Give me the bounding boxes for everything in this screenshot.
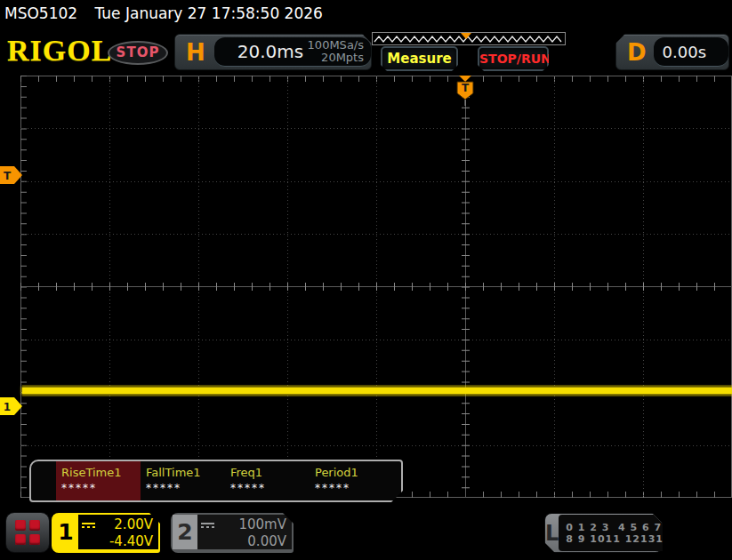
acquisition-status-badge: STOP [108,41,168,65]
memory-zigzag-icon [373,33,565,44]
channel1-scale: 2.00V [114,516,153,533]
delay-values: 0.00s [654,37,728,67]
grid-squares-icon [15,520,40,545]
measurement-label: FallTime1 [146,466,225,479]
channel1-values: 2.00V -4.40V [78,515,158,549]
channel1-marker-number: 1 [4,401,11,413]
channel1-status-box[interactable]: 1 2.00V -4.40V [52,513,160,553]
oscilloscope-screen: MSO5102 Tue January 27 17:58:50 2026 RIG… [0,0,732,560]
waveform-memory-bar [372,32,566,45]
measure-button-label: Measure [387,51,451,67]
channel2-scale: 100mV [238,516,286,533]
stop-run-button[interactable]: STOP/RUN [478,46,549,71]
channel2-values: 100mV 0.00V [197,515,292,549]
delay-panel[interactable]: D 0.00s [615,34,729,70]
measure-button[interactable]: Measure [381,46,458,71]
measurement-value: ***** [146,482,225,494]
trigger-level-letter: T [4,170,12,182]
stop-run-button-label: STOP/RUN [479,52,551,66]
timebase-value: 20.0ms [237,41,303,62]
trigger-position-letter: T [462,82,470,94]
datetime-text: Tue January 27 17:58:50 2026 [95,4,323,22]
measurement-value: ***** [315,482,394,494]
logic-analyzer-status-box[interactable]: L 0 1 2 3 4 5 6 7 8 9 1011 12131415 [544,513,663,553]
horizontal-values: 20.0ms 100MSa/s 20Mpts [214,37,371,67]
measurement-label: RiseTime1 [61,466,141,479]
memory-depth: 20Mpts [308,52,364,64]
logic-channel-numbers: 0 1 2 3 4 5 6 7 8 9 1011 12131415 [559,515,687,551]
trigger-level-marker[interactable]: T [0,165,25,185]
horizontal-timebase-panel[interactable]: H 20.0ms 100MSa/s 20Mpts [174,34,372,70]
model-name: MSO5102 [4,4,77,22]
logic-analyzer-label: L [545,521,559,546]
channel2-status-box[interactable]: 2 100mV 0.00V [171,513,294,553]
measurement-value: ***** [61,482,141,494]
channel1-trace [22,388,732,394]
horizontal-label: H [186,36,205,69]
sample-rate: 100MSa/s [308,39,364,52]
channel2-number: 2 [173,515,197,549]
dc-coupling-icon [201,523,214,528]
delay-label: D [627,36,647,69]
title-bar: MSO5102 Tue January 27 17:58:50 2026 [0,0,732,27]
measurement-freq[interactable]: Freq1 ***** [225,461,310,500]
measurement-value: ***** [230,482,310,494]
measurement-risetime[interactable]: RiseTime1 ***** [56,461,141,500]
sample-rate-memory: 100MSa/s 20Mpts [308,39,364,64]
logic-row-1: 0 1 2 3 4 5 6 7 [566,522,687,533]
graticule-grid [0,76,732,498]
channel1-position-marker[interactable]: 1 [0,396,25,416]
channel1-number: 1 [53,515,78,549]
rigol-logo: RIGOL [7,34,112,68]
measurement-label: Freq1 [230,466,310,479]
logic-row-2: 8 9 1011 12131415 [566,533,687,545]
channel2-offset: 0.00V [201,533,286,550]
trigger-position-marker[interactable]: T [454,75,477,107]
dc-coupling-icon [82,523,95,528]
measurement-panel: RiseTime1 ***** FallTime1 ***** Freq1 **… [29,460,403,502]
measurement-period[interactable]: Period1 ***** [310,461,394,500]
windows-menu-button[interactable] [5,512,50,553]
measurement-label: Period1 [315,466,394,479]
channel1-offset: -4.40V [82,533,153,550]
delay-value: 0.00s [663,43,706,61]
measurement-falltime[interactable]: FallTime1 ***** [141,461,225,500]
